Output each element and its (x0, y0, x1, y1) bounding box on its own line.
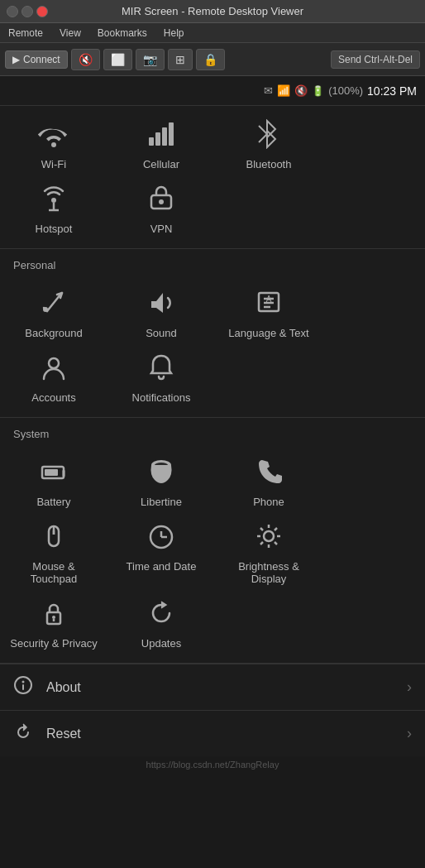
accounts-icon (37, 352, 70, 386)
status-time: 10:23 PM (367, 84, 417, 98)
vpn-item[interactable]: VPN (107, 177, 215, 242)
status-icons: ✉ 📶 🔇 🔋 (100%) 10:23 PM (264, 84, 417, 98)
about-label: About (46, 680, 407, 695)
system-section: System Battery (0, 418, 425, 664)
reset-label: Reset (46, 727, 407, 741)
svg-rect-2 (162, 127, 167, 146)
mute-icon: 🔇 (294, 84, 308, 97)
hotspot-icon (37, 184, 70, 218)
battery-icon: 🔋 (312, 85, 324, 97)
svg-rect-23 (45, 469, 58, 476)
libertine-item[interactable]: Libertine (107, 450, 215, 515)
background-item[interactable]: Background (0, 281, 107, 346)
battery-label: Battery (36, 496, 70, 508)
wifi-item[interactable]: Wi-Fi (0, 113, 107, 177)
svg-line-40 (260, 542, 263, 544)
window-title: MIR Screen - Remote Desktop Viewer (48, 5, 377, 17)
hotspot-label: Hotspot (36, 223, 73, 235)
language-item[interactable]: A Language & Text (215, 281, 322, 346)
phone-icon (252, 457, 285, 491)
phone-item[interactable]: Phone (215, 450, 322, 515)
notifications-label: Notifications (132, 391, 191, 404)
svg-line-39 (275, 528, 277, 530)
svg-line-5 (259, 134, 267, 142)
sound-item[interactable]: Sound (107, 281, 215, 346)
send-ctrl-alt-del-button[interactable]: Send Ctrl-Alt-Del (331, 50, 420, 69)
svg-point-10 (159, 199, 164, 204)
volume-button[interactable]: 🔇 (71, 49, 100, 70)
bluetooth-item[interactable]: Bluetooth (215, 113, 322, 177)
hotspot-item[interactable]: Hotspot (0, 177, 107, 242)
mouse-icon (37, 521, 70, 555)
sound-icon (145, 288, 178, 322)
bluetooth-label: Bluetooth (246, 158, 292, 170)
personal-icons: Background Sound (0, 275, 425, 417)
connect-button[interactable]: ▶ Connect (5, 50, 68, 69)
security-icon (37, 598, 70, 632)
reset-row[interactable]: Reset › (0, 710, 425, 756)
bluetooth-icon (252, 119, 285, 153)
cellular-item[interactable]: Cellular (107, 113, 215, 177)
language-label: Language & Text (228, 327, 308, 339)
lock-button[interactable]: 🔒 (196, 49, 225, 70)
battery-percent: (100%) (328, 84, 363, 97)
svg-line-38 (275, 542, 277, 544)
accounts-item[interactable]: Accounts (0, 346, 107, 410)
wifi-status-icon: 📶 (277, 84, 290, 97)
window-button[interactable]: ⬜ (103, 49, 132, 70)
svg-line-11 (47, 295, 60, 311)
svg-text:A: A (266, 295, 272, 304)
battery-item[interactable]: Battery (0, 450, 107, 515)
language-icon: A (252, 288, 285, 322)
menu-help[interactable]: Help (159, 27, 189, 39)
vpn-label: VPN (150, 223, 173, 235)
menu-view[interactable]: View (55, 27, 86, 39)
security-item[interactable]: Security & Privacy (0, 592, 107, 656)
vpn-icon (145, 184, 178, 218)
close-button[interactable] (36, 6, 48, 17)
cellular-icon (145, 119, 178, 153)
background-label: Background (25, 327, 82, 339)
wifi-label: Wi-Fi (41, 158, 66, 170)
title-bar: MIR Screen - Remote Desktop Viewer (0, 0, 425, 23)
maximize-button[interactable] (21, 6, 33, 17)
datetime-label: Time and Date (127, 560, 197, 573)
system-icons: Battery Libertine (0, 444, 425, 663)
connect-icon: ▶ (12, 54, 20, 65)
minimize-button[interactable] (7, 6, 18, 17)
mouse-item[interactable]: Mouse &Touchpad (0, 515, 107, 592)
svg-rect-0 (149, 137, 154, 146)
grid-button[interactable]: ⊞ (168, 49, 193, 70)
datetime-item[interactable]: Time and Date (107, 515, 215, 592)
notifications-icon (145, 352, 178, 386)
screenshot-button[interactable]: 📷 (136, 49, 165, 70)
status-bar: ✉ 📶 🔇 🔋 (100%) 10:23 PM (0, 76, 425, 106)
updates-item[interactable]: Updates (107, 592, 215, 656)
svg-point-6 (51, 198, 56, 203)
menu-bookmarks[interactable]: Bookmarks (93, 27, 152, 39)
svg-line-4 (259, 126, 267, 134)
updates-icon (145, 598, 178, 632)
window-controls[interactable] (7, 6, 48, 17)
brightness-item[interactable]: Brightness &Display (215, 515, 322, 592)
svg-rect-1 (155, 132, 160, 146)
wifi-icon (37, 119, 70, 153)
menu-remote[interactable]: Remote (3, 27, 48, 39)
info-icon (13, 675, 33, 699)
notifications-item[interactable]: Notifications (107, 346, 215, 410)
svg-point-21 (49, 358, 59, 368)
security-label: Security & Privacy (10, 637, 97, 650)
email-icon: ✉ (264, 84, 273, 97)
personal-header: Personal (0, 249, 425, 275)
reset-chevron: › (407, 725, 412, 742)
watermark: https://blog.csdn.net/ZhangRelay (0, 756, 425, 773)
cellular-label: Cellular (143, 158, 179, 170)
menu-bar: Remote View Bookmarks Help (0, 23, 425, 43)
svg-point-32 (264, 531, 274, 541)
brightness-icon (252, 521, 285, 555)
network-section: Wi-Fi Cellular (0, 106, 425, 249)
updates-label: Updates (141, 637, 181, 650)
brightness-label: Brightness &Display (238, 560, 299, 585)
about-row[interactable]: About › (0, 664, 425, 710)
libertine-icon (145, 457, 178, 491)
